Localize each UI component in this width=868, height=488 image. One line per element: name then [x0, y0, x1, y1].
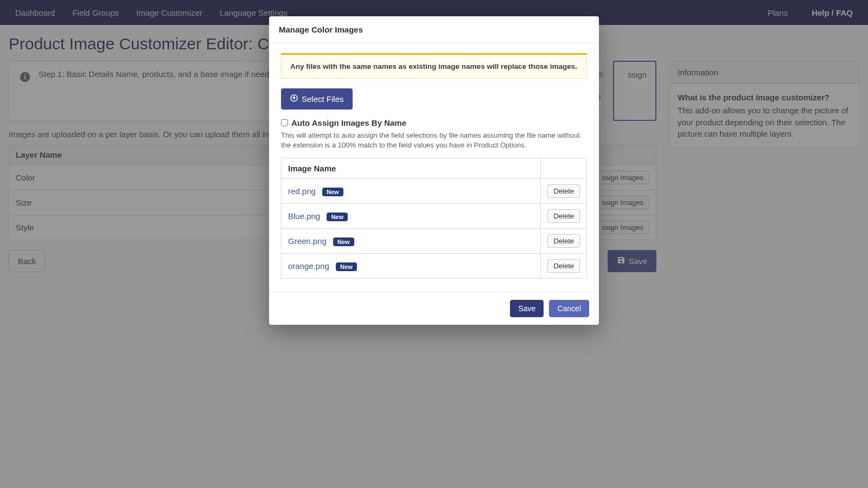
new-badge: New: [336, 262, 357, 271]
image-table: Image Name red.png New Delete Blue.png N…: [281, 158, 587, 279]
col-image-actions: [541, 158, 587, 179]
image-name-link[interactable]: Green.png: [288, 236, 327, 246]
image-name-link[interactable]: orange.png: [288, 261, 329, 271]
image-name-link[interactable]: Blue.png: [288, 211, 320, 221]
new-badge: New: [322, 188, 343, 196]
delete-image-button[interactable]: Delete: [547, 184, 580, 198]
auto-assign-checkbox[interactable]: [281, 119, 288, 126]
table-row: red.png New Delete: [282, 179, 587, 204]
new-badge: New: [333, 237, 354, 246]
auto-assign-help: This will attempt to auto assign the fie…: [281, 131, 587, 150]
select-files-label: Select Files: [302, 94, 344, 104]
delete-image-button[interactable]: Delete: [547, 209, 580, 223]
manage-images-modal: Manage Color Images Any files with the s…: [269, 16, 599, 325]
modal-cancel-button[interactable]: Cancel: [549, 300, 589, 317]
table-row: Green.png New Delete: [282, 229, 587, 254]
modal-save-button[interactable]: Save: [510, 300, 544, 317]
table-row: Blue.png New Delete: [282, 204, 587, 229]
upload-icon: [290, 94, 298, 104]
modal-title: Manage Color Images: [269, 16, 599, 43]
table-row: orange.png New Delete: [282, 254, 587, 279]
delete-image-button[interactable]: Delete: [547, 259, 580, 273]
new-badge: New: [327, 213, 348, 221]
auto-assign-label[interactable]: Auto Assign Images By Name: [291, 118, 406, 127]
image-name-link[interactable]: red.png: [288, 187, 316, 196]
select-files-button[interactable]: Select Files: [281, 88, 353, 110]
delete-image-button[interactable]: Delete: [547, 234, 580, 248]
warning-box: Any files with the same names as existin…: [281, 53, 587, 79]
col-image-name: Image Name: [282, 158, 541, 179]
